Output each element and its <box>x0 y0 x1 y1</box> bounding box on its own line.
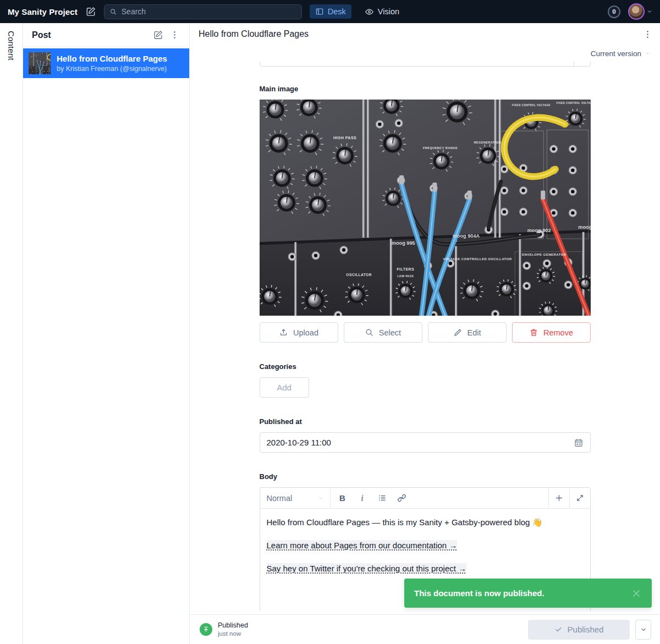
publish-menu-button[interactable] <box>635 620 651 640</box>
italic-button[interactable]: i <box>353 488 372 508</box>
link-icon <box>397 493 406 503</box>
tasks-badge[interactable]: 0 <box>608 5 620 18</box>
bullet-list-button[interactable] <box>372 488 392 508</box>
published-at-label: Published at <box>260 417 591 426</box>
list-item[interactable]: Hello from Cloudflare Pages by Kristian … <box>23 48 189 78</box>
editor-toolbar: Normal B i <box>260 488 590 509</box>
desk-label: Desk <box>328 7 346 16</box>
project-title: My Sanity Project <box>8 7 78 16</box>
list-menu-kebab-icon[interactable] <box>166 27 183 43</box>
style-select-value: Normal <box>267 494 293 503</box>
remove-label: Remove <box>543 328 573 337</box>
document-header: Hello from Cloudflare Pages <box>190 23 660 45</box>
svg-text:FIXED CONTROL VOLTAGE: FIXED CONTROL VOLTAGE <box>512 104 550 107</box>
document-footer: Published just now Published <box>190 614 660 644</box>
link-button[interactable] <box>392 488 412 508</box>
list-pane-title: Post <box>32 30 150 40</box>
check-icon <box>554 625 563 634</box>
chevron-down-icon <box>640 626 647 633</box>
desk-icon <box>315 7 324 16</box>
svg-text:LOW PASS: LOW PASS <box>397 274 414 278</box>
svg-text:FILTERS: FILTERS <box>397 267 414 272</box>
main-image-preview[interactable]: HIGH PASSFREQUENCY RANGEREGENERATIONFIXE… <box>260 100 591 316</box>
body-link[interactable]: Learn more about Pages from our document… <box>267 540 458 551</box>
slug-field-cutoff[interactable] <box>260 62 591 67</box>
svg-text:moog 902: moog 902 <box>527 228 551 233</box>
svg-text:FREQUENCY RANGE: FREQUENCY RANGE <box>423 146 458 150</box>
chevron-down-icon <box>647 9 652 14</box>
content-rail[interactable]: Content <box>0 23 23 644</box>
published-at-input[interactable] <box>267 438 568 447</box>
remove-button[interactable]: Remove <box>512 322 591 343</box>
fullscreen-button[interactable] <box>569 488 590 508</box>
select-label: Select <box>379 328 401 337</box>
style-select[interactable]: Normal <box>260 488 331 508</box>
tab-vision[interactable]: Vision <box>359 4 405 19</box>
edit-label: Edit <box>468 328 481 337</box>
published-at-field[interactable] <box>260 432 591 453</box>
select-button[interactable]: Select <box>344 322 422 343</box>
search-input[interactable] <box>122 7 296 16</box>
svg-text:moog 995: moog 995 <box>391 240 415 246</box>
add-category-button[interactable]: Add <box>260 377 309 398</box>
list-item-subtitle: by Kristian Freeman (@signalnerve) <box>57 65 167 73</box>
insert-block-button[interactable] <box>548 488 569 508</box>
publish-button[interactable]: Published <box>528 620 630 640</box>
document-title: Hello from Cloudflare Pages <box>199 29 639 39</box>
version-label: Current version <box>591 49 641 58</box>
document-list-pane: Post Hello from Cloudflare Pages by Kris… <box>23 23 190 644</box>
eye-icon <box>365 7 374 16</box>
close-icon[interactable] <box>631 588 642 599</box>
chevron-down-icon <box>645 51 650 56</box>
categories-label: Categories <box>260 362 591 371</box>
calendar-icon[interactable] <box>574 438 584 448</box>
bold-button[interactable]: B <box>333 488 353 508</box>
body-link[interactable]: Say hey on Twitter if you're checking ou… <box>267 563 467 574</box>
svg-text:REGENERATION: REGENERATION <box>474 141 501 144</box>
pencil-icon <box>453 328 463 337</box>
list-item-title: Hello from Cloudflare Pages <box>57 54 167 64</box>
content-rail-label: Content <box>7 31 16 644</box>
chevron-down-icon <box>318 496 323 501</box>
svg-text:HIGH PASS: HIGH PASS <box>333 136 356 140</box>
top-navbar: My Sanity Project Desk Vision 0 <box>0 0 660 23</box>
publish-time-text: just now <box>218 630 248 637</box>
main-image-label: Main image <box>260 85 591 93</box>
avatar <box>628 3 645 20</box>
trash-icon <box>529 328 538 337</box>
vision-label: Vision <box>378 7 399 16</box>
upload-label: Upload <box>293 328 318 337</box>
tab-desk[interactable]: Desk <box>310 4 351 19</box>
toast-message: This document is now published. <box>414 588 631 598</box>
new-document-icon[interactable] <box>150 27 166 43</box>
plus-icon <box>554 493 564 503</box>
search-icon <box>365 328 374 337</box>
publish-toast: This document is now published. <box>404 579 652 608</box>
publish-button-label: Published <box>568 625 604 634</box>
compose-icon[interactable] <box>85 6 96 17</box>
document-form-scroll[interactable]: Main image HIGH PASSFREQUENCY RANGEREGEN… <box>190 62 660 614</box>
document-pane: Hello from Cloudflare Pages Current vers… <box>190 23 660 644</box>
bullet-list-icon <box>377 493 387 503</box>
svg-text:VOLTAGE CONTROLLED OSCILLATOR: VOLTAGE CONTROLLED OSCILLATOR <box>443 257 512 261</box>
upload-icon <box>279 328 288 337</box>
search-box[interactable] <box>104 4 302 19</box>
svg-text:FIXED CONTROL VOLTAGE: FIXED CONTROL VOLTAGE <box>556 102 591 104</box>
body-label: Body <box>260 472 591 481</box>
edit-button[interactable]: Edit <box>428 322 507 343</box>
upload-button[interactable]: Upload <box>260 322 338 343</box>
svg-text:ENVELOPE GENERATOR: ENVELOPE GENERATOR <box>521 252 566 256</box>
list-item-thumbnail <box>29 52 51 74</box>
expand-icon <box>575 493 585 503</box>
version-selector[interactable]: Current version <box>190 45 660 62</box>
svg-text:moog 904A: moog 904A <box>452 233 480 239</box>
user-menu[interactable] <box>628 3 652 20</box>
svg-text:moog: moog <box>578 224 591 230</box>
document-menu-kebab-icon[interactable] <box>639 26 656 42</box>
publish-status-text: Published <box>218 621 248 630</box>
list-pane-header: Post <box>23 23 189 47</box>
published-status-icon <box>200 623 212 636</box>
body-paragraph: Hello from Cloudflare Pages — this is my… <box>267 516 584 528</box>
svg-text:OSCILLATOR: OSCILLATOR <box>346 273 372 277</box>
search-icon <box>109 8 117 16</box>
